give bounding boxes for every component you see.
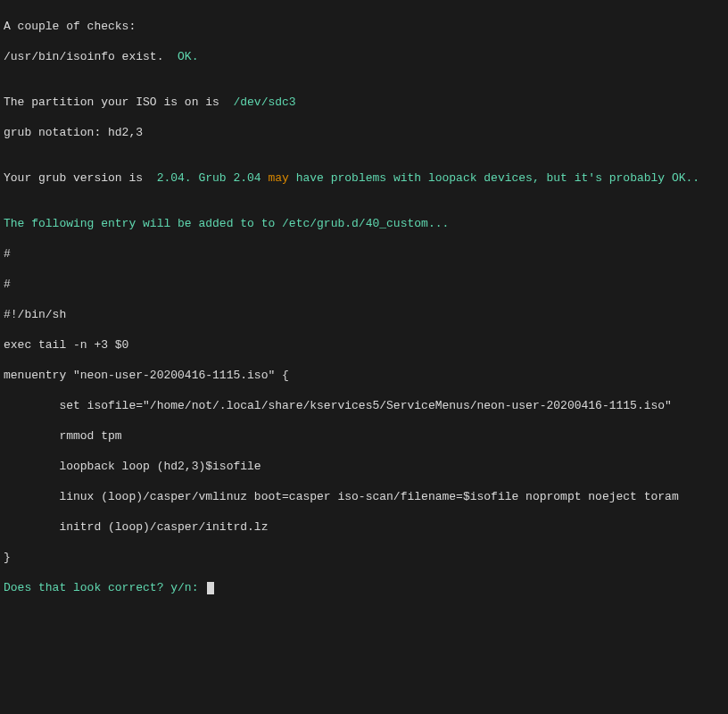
output-line: initrd (loop)/casper/initrd.lz <box>4 519 724 535</box>
output-line: exec tail -n +3 $0 <box>4 337 724 353</box>
output-line: menuentry "neon-user-20200416-1115.iso" … <box>4 368 724 383</box>
cursor <box>207 582 214 594</box>
prompt-text: Does that look correct? y/n: <box>4 581 205 594</box>
terminal-output: A couple of checks: /usr/bin/isoinfo exi… <box>4 4 724 610</box>
prompt-line[interactable]: Does that look correct? y/n: <box>4 580 724 595</box>
output-line: } <box>4 550 724 565</box>
output-line: #!/bin/sh <box>4 307 724 322</box>
output-line: /usr/bin/isoinfo exist. OK. <box>4 49 724 64</box>
output-line: A couple of checks: <box>4 19 724 34</box>
output-line: # <box>4 246 724 262</box>
output-line: rmmod tpm <box>4 428 724 444</box>
output-line: Your grub version is 2.04. Grub 2.04 may… <box>4 170 724 186</box>
output-line: loopback loop (hd2,3)$isofile <box>4 459 724 474</box>
output-line: grub notation: hd2,3 <box>4 125 724 140</box>
output-line: linux (loop)/casper/vmlinuz boot=casper … <box>4 489 724 504</box>
output-line: set isofile="/home/not/.local/share/kser… <box>4 398 724 413</box>
output-line: The partition your ISO is on is /dev/sdc… <box>4 95 724 110</box>
output-line: The following entry will be added to to … <box>4 216 724 231</box>
output-line: # <box>4 277 724 292</box>
